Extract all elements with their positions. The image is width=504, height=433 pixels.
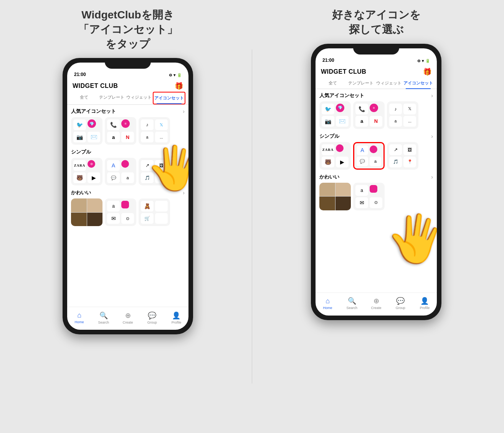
icon-zara: ZARA (73, 160, 86, 171)
r-icon-phone: 📞 (355, 104, 368, 114)
right-simple-card-1[interactable]: ZARA 🐻 ▶ (319, 142, 351, 170)
simple-card-2[interactable]: A 💬 a (105, 158, 136, 185)
section-simple: シンプル › ZARA ⚙ 🐻 ▶ A (71, 149, 185, 185)
right-simple-icon-grid: ZARA 🐻 ▶ A 💬 a (319, 142, 433, 170)
right-tab-iconset[interactable]: アイコンセット (403, 78, 434, 89)
photo-2 (87, 198, 103, 212)
r-kawaii-mail: ✉ (355, 197, 368, 208)
r-icon-pink-circle: 💎 (336, 104, 344, 112)
r-group-icon: 💬 (396, 297, 405, 305)
icon-bird: 🐦 (73, 119, 86, 130)
right-tab-all[interactable]: 全て (319, 78, 347, 89)
right-popular-card-1[interactable]: 🐦 💎 📷 ✉️ (319, 101, 351, 129)
bottom-nav: ⌂ Home 🔍 Search ⊕ Create 💬 Group (67, 307, 188, 330)
r-icon-ellipsis: ... (403, 116, 416, 127)
r-search-icon: 🔍 (348, 297, 356, 305)
right-nav-create[interactable]: ⊕ Create (364, 293, 388, 314)
r-icon-pin: 📍 (403, 157, 416, 167)
r-profile-icon: 👤 (420, 297, 429, 305)
phone-notch (105, 58, 151, 69)
r-icon-play: ▶ (336, 157, 349, 167)
right-section-popular: 人気アイコンセット › 🐦 💎 📷 ✉️ 📞 (319, 92, 433, 129)
right-popular-icon-grid: 🐦 💎 📷 ✉️ 📞 ≡ a N (319, 101, 433, 129)
right-section-simple-arrow: › (431, 133, 433, 139)
right-nav-search[interactable]: 🔍 Search (340, 293, 364, 314)
kawaii-empty2 (155, 213, 168, 224)
r-nav-home-label: Home (323, 306, 332, 310)
icon-pink-circle: 💎 (88, 119, 96, 128)
icon-pink4 (121, 160, 129, 168)
popular-card-1[interactable]: 🐦 💎 📷 ✉️ (71, 117, 102, 145)
icon-hook: ↗ (141, 160, 154, 171)
right-popular-card-2[interactable]: 📞 ≡ a N (353, 101, 385, 129)
popular-icon-grid: 🐦 💎 📷 ✉️ 📞 ≡ a N (71, 117, 185, 145)
right-battery-icon: 🔋 (425, 59, 430, 63)
r-icon-bubble: 💬 (357, 157, 368, 166)
kawaii-card-2[interactable]: a ✉ ⊙ (105, 198, 136, 226)
r-icon-mail: ✉️ (336, 116, 349, 127)
create-icon: ⊕ (125, 311, 131, 320)
section-simple-header: シンプル › (71, 149, 185, 155)
right-simple-card-3[interactable]: ↗ 🖼 🎵 📍 (387, 142, 418, 170)
icon-phone: 📞 (107, 119, 120, 130)
nav-profile[interactable]: 👤 Profile (164, 307, 188, 328)
kawaii-card-1[interactable] (71, 198, 102, 226)
right-popular-card-3[interactable]: ♪ 𝕏 a ... (387, 101, 418, 129)
icon-note: 🎵 (141, 172, 154, 183)
nav-search-label: Search (98, 321, 109, 324)
r-icon-netflix-n: N (370, 116, 382, 127)
right-section-kawaii-header: かわいい › (319, 174, 433, 180)
nav-group[interactable]: 💬 Group (140, 307, 164, 328)
tab-widget[interactable]: ウィジェット (125, 92, 153, 104)
r-nav-group-label: Group (396, 306, 405, 310)
scroll-content: 人気アイコンセット › 🐦 💎 📷 ✉️ 📞 (67, 105, 188, 307)
nav-create[interactable]: ⊕ Create (116, 307, 140, 328)
r-kawaii-circle: ⊙ (370, 197, 382, 208)
nav-search[interactable]: 🔍 Search (91, 307, 116, 328)
simple-icon-grid: ZARA ⚙ 🐻 ▶ A 💬 a (71, 158, 185, 185)
right-nav-home[interactable]: ⌂ Home (316, 293, 340, 314)
nav-home[interactable]: ⌂ Home (67, 307, 91, 328)
tab-all[interactable]: 全て (70, 92, 98, 104)
section-popular: 人気アイコンセット › 🐦 💎 📷 ✉️ 📞 (71, 108, 185, 145)
right-simple-card-2[interactable]: A 💬 a (353, 142, 385, 170)
right-nav-profile[interactable]: 👤 Profile (413, 293, 437, 314)
popular-card-2[interactable]: 📞 ≡ a N (105, 117, 136, 145)
right-app-title: WIDGET CLUB (321, 68, 366, 75)
right-kawaii-card-2[interactable]: a ✉ ⊙ (353, 183, 385, 210)
kawaii-card-3[interactable]: 🧸 🛒 (139, 198, 170, 226)
tab-template[interactable]: テンプレート (98, 92, 126, 104)
r-photo-1 (319, 183, 335, 197)
kawaii-empty (155, 201, 168, 212)
nav-create-label: Create (123, 321, 133, 324)
group-icon: 💬 (148, 311, 156, 320)
circle-icon: ⊖ (169, 73, 172, 77)
panel-divider (252, 50, 252, 383)
simple-card-1[interactable]: ZARA ⚙ 🐻 ▶ (71, 158, 102, 185)
section-kawaii-arrow: › (183, 190, 185, 196)
left-panel-title: WidgetClubを開き 「アイコンセット」 をタップ (78, 8, 178, 51)
home-icon: ⌂ (77, 311, 81, 319)
right-bottom-nav: ⌂ Home 🔍 Search ⊕ Create 💬 Group (316, 293, 437, 316)
right-status-icons: ⊖ ▾ 🔋 (417, 59, 430, 63)
right-nav-group[interactable]: 💬 Group (388, 293, 413, 314)
right-kawaii-card-1[interactable] (319, 183, 351, 210)
right-section-kawaii: かわいい › a (319, 174, 433, 210)
right-tab-widget[interactable]: ウィジェット (375, 78, 403, 89)
right-section-simple: シンプル › ZARA 🐻 ▶ A (319, 133, 433, 170)
r-nav-create-label: Create (371, 306, 382, 310)
photo-1 (71, 198, 87, 212)
r-icon-note: 🎵 (389, 157, 402, 167)
right-tab-template[interactable]: テンプレート (347, 78, 375, 89)
popular-card-3[interactable]: ♪ 𝕏 a ... (139, 117, 170, 145)
r-kawaii-a: a (355, 185, 368, 196)
icon-pink2: ≡ (121, 119, 130, 128)
icon-tiktok: ♪ (141, 119, 154, 130)
tab-iconset[interactable]: アイコンセット (153, 92, 185, 104)
right-section-popular-title: 人気アイコンセット (319, 92, 364, 99)
r-icon-hook: ↗ (389, 144, 402, 155)
nav-profile-label: Profile (172, 321, 182, 324)
simple-card-3[interactable]: ↗ 🖼 🎵 📍 (139, 158, 170, 185)
wifi-icon: ▾ (174, 73, 175, 77)
r-create-icon: ⊕ (373, 297, 379, 305)
